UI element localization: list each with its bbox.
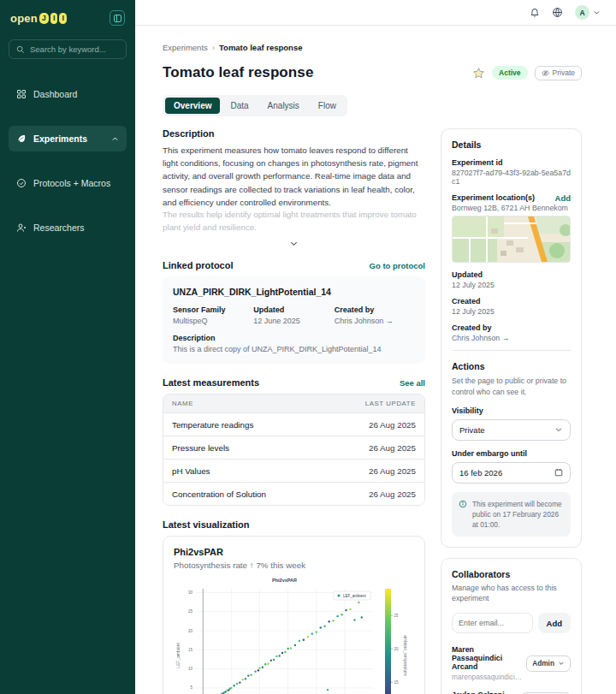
collaborators-card: Collaborators Manage who has access to t…	[441, 558, 582, 694]
table-row[interactable]: Pressure levels26 Aug 2025	[163, 436, 424, 459]
tab-flow[interactable]: Flow	[310, 98, 345, 114]
collaborators-subtitle: Manage who has access to this experiment	[452, 583, 571, 605]
protocol-card[interactable]: UNZA_PIRK_DIRK_LightPotential_14 Sensor …	[163, 276, 425, 364]
globe-icon	[552, 7, 563, 18]
created-by-link[interactable]: Chris Johnson →	[452, 334, 571, 342]
sidebar-collapse-icon	[114, 15, 121, 22]
sidebar-item-label: Protocols + Macros	[33, 178, 110, 188]
sidebar-collapse-button[interactable]	[110, 10, 125, 26]
app-logo: open J I I	[10, 12, 67, 25]
description-expand-button[interactable]	[163, 239, 425, 248]
logo-letter: I	[50, 13, 58, 24]
linked-protocol-section: Linked protocol Go to protocol UNZA_PIRK…	[163, 260, 425, 364]
sidebar-item-dashboard[interactable]: Dashboard	[9, 81, 127, 107]
visualization-section: Latest visualization Phi2vsPAR Photosynt…	[163, 519, 425, 694]
arrow-right-icon: →	[386, 317, 394, 325]
private-badge[interactable]: Private	[535, 66, 582, 80]
protocol-field-value: 12 June 2025	[253, 317, 334, 325]
sidebar-item-experiments[interactable]: Experiments	[9, 126, 127, 151]
person-icon	[16, 222, 27, 233]
breadcrumb-current: Tomato leaf response	[219, 43, 303, 52]
tab-overview[interactable]: Overview	[165, 98, 220, 114]
language-button[interactable]	[552, 7, 563, 18]
collaborator-name: Jaylon Calzoni	[452, 691, 510, 694]
sidebar-item-label: Experiments	[33, 133, 87, 144]
measurement-name: pH Values	[172, 466, 210, 476]
collaborator-role-select[interactable]: Admin	[526, 655, 571, 672]
bell-icon	[530, 8, 540, 18]
sidebar-item-researchers[interactable]: Researchers	[9, 215, 127, 240]
info-icon	[459, 500, 467, 508]
collaborator-email: marenpassaquindiciarcand@em...	[452, 673, 523, 681]
protocol-field-label: Sensor Family	[173, 305, 253, 314]
add-collaborator-button[interactable]: Add	[538, 613, 571, 633]
svg-text:10: 10	[188, 667, 193, 671]
measurement-date: 26 Aug 2025	[369, 443, 416, 453]
tab-analysis[interactable]: Analysis	[259, 98, 308, 114]
chart-card-subtitle: Photosynthesis rate ↑ 7% this week	[174, 561, 414, 570]
created-label: Created	[452, 297, 571, 305]
measurements-table-body: Temperature readings26 Aug 2025Pressure …	[163, 412, 424, 505]
breadcrumb-parent[interactable]: Experiments	[163, 43, 208, 52]
chevron-down-icon	[558, 660, 565, 667]
sidebar-item-protocols-macros[interactable]: Protocols + Macros	[9, 170, 127, 196]
status-badge: Active	[492, 66, 528, 80]
svg-text:25: 25	[394, 614, 400, 618]
go-to-protocol-link[interactable]: Go to protocol	[370, 261, 425, 270]
actions-description: Set the page to public or private to con…	[452, 376, 571, 398]
experiment-id-value: 827027f7-ad79-43f3-92ab-5ea5a7dc1	[452, 169, 571, 186]
measurement-name: Pressure levels	[172, 443, 229, 453]
collaborators-list: Maren Passaquindici Arcandmarenpassaquin…	[452, 645, 571, 694]
see-all-link[interactable]: See all	[400, 378, 425, 388]
table-row[interactable]: pH Values26 Aug 2025	[163, 459, 424, 482]
svg-text:LEF_ambient: LEF_ambient	[343, 594, 367, 598]
description-heading: Description	[163, 128, 425, 139]
star-icon[interactable]	[472, 67, 485, 80]
embargo-date-input[interactable]: 16 feb 2026	[452, 462, 571, 483]
logo-letter: I	[59, 13, 67, 24]
tab-data[interactable]: Data	[222, 98, 257, 114]
collaborator-email-input[interactable]	[452, 613, 533, 633]
top-header: A	[135, 0, 616, 26]
svg-text:20: 20	[394, 647, 400, 651]
table-row[interactable]: Concentration of Solution26 Aug 2025	[163, 482, 424, 505]
description-faded-text: The results help identify optimal light …	[163, 209, 425, 234]
sidebar-nav: Dashboard Experiments Protocols + Macros…	[9, 81, 127, 252]
visibility-label: Visibility	[452, 406, 571, 415]
embargo-note: This experiment will become public on 17…	[452, 492, 571, 537]
sidebar-search-input[interactable]: Search by keyword...	[9, 39, 127, 59]
table-row[interactable]: Temperature readings26 Aug 2025	[163, 412, 424, 436]
divider	[452, 350, 571, 351]
created-value: 12 July 2025	[452, 307, 571, 316]
chevron-up-icon	[111, 135, 119, 143]
details-actions-card: Details Experiment id 827027f7-ad79-43f3…	[441, 128, 582, 548]
visualization-heading: Latest visualization	[163, 519, 425, 530]
visibility-select[interactable]: Private	[452, 419, 571, 441]
svg-text:Phi2vsPAR: Phi2vsPAR	[272, 578, 297, 583]
eye-off-icon	[542, 69, 549, 77]
breadcrumb: Experiments›Tomato leaf response	[163, 43, 582, 52]
collaborators-heading: Collaborators	[452, 569, 571, 579]
column-header-name: NAME	[172, 400, 193, 407]
description-section: Description This experiment measures how…	[163, 128, 425, 248]
embargo-note-text: This experiment will become public on 17…	[472, 499, 564, 530]
protocol-icon	[16, 178, 27, 188]
dashboard-icon	[16, 89, 27, 99]
protocol-title: UNZA_PIRK_DIRK_LightPotential_14	[173, 287, 415, 297]
add-location-link[interactable]: Add	[555, 193, 571, 203]
protocol-created-by-link[interactable]: Chris Johnson →	[335, 317, 415, 325]
svg-text:15: 15	[394, 680, 400, 685]
details-heading: Details	[452, 139, 571, 150]
user-menu[interactable]: A	[575, 5, 601, 20]
svg-text:25: 25	[188, 609, 193, 614]
app-window: open J I I Search by keyword... Dashboar…	[0, 0, 616, 694]
right-column: Details Experiment id 827027f7-ad79-43f3…	[441, 128, 582, 694]
visualization-card: Phi2vsPAR Photosynthesis rate ↑ 7% this …	[163, 536, 425, 694]
protocol-field-value: MultispeQ	[173, 317, 253, 325]
linked-protocol-heading: Linked protocol	[163, 260, 234, 270]
avatar: A	[575, 5, 589, 20]
measurement-date: 26 Aug 2025	[369, 466, 416, 476]
protocol-field-label: Created by	[335, 305, 415, 314]
notifications-button[interactable]	[530, 8, 540, 18]
map-image	[452, 216, 571, 263]
